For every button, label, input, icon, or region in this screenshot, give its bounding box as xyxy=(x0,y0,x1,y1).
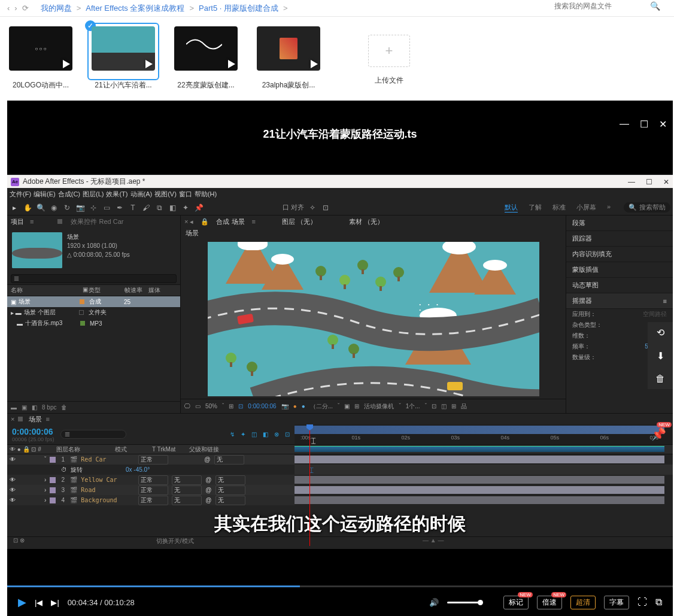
res-icon[interactable]: ⊞ xyxy=(229,403,233,409)
timeline-tab[interactable]: 场景 xyxy=(29,415,42,424)
selection-tool-icon[interactable]: ▸ xyxy=(10,204,19,212)
layer-filter-input[interactable] xyxy=(60,430,126,439)
menu-anim[interactable]: 动画(A) xyxy=(130,190,153,199)
graph-icon[interactable]: ⊗ xyxy=(274,431,279,438)
display-icon[interactable]: ▭ xyxy=(195,403,201,409)
layer-row[interactable]: 👁 ˇ 1 🎬Red Car 正常 @无 xyxy=(7,454,673,465)
crumb-1[interactable]: After Effects 全案例速成教程 xyxy=(86,3,184,14)
snap-toggle[interactable]: 口 对齐 xyxy=(283,203,304,212)
pip-icon[interactable]: ⧉ xyxy=(655,597,662,608)
mask-mode2-icon[interactable]: ⊡ xyxy=(321,204,330,212)
ae-close-icon[interactable]: ✕ xyxy=(663,178,669,186)
comp-icon[interactable]: ▣ xyxy=(22,404,27,411)
menu-edit[interactable]: 编辑(E) xyxy=(34,190,56,199)
crumb-2[interactable]: Part5 · 用蒙版创建合成 xyxy=(199,3,278,14)
menu-layer[interactable]: 图层(L) xyxy=(83,190,104,199)
twirl-icon[interactable]: ˇ xyxy=(44,456,46,463)
draft-icon[interactable]: ⊡ xyxy=(285,431,290,438)
delete-icon[interactable]: 🗑 xyxy=(655,374,665,384)
3d-icon[interactable]: ▣ xyxy=(344,403,350,409)
panel-paragraph[interactable]: 段落 xyxy=(566,216,673,231)
toggle-switches-icon[interactable]: ⊡ ⊗ xyxy=(13,537,25,546)
stopwatch-icon[interactable]: ⏱ xyxy=(61,466,67,473)
lock-icon[interactable]: 🔒 xyxy=(201,218,209,226)
folder-icon[interactable]: ▬ xyxy=(11,404,17,411)
channel-icon[interactable]: ● xyxy=(293,403,297,409)
parent-pick-icon[interactable]: @ xyxy=(204,456,210,463)
nav-back[interactable]: ‹ xyxy=(7,4,10,13)
play-icon[interactable]: ▶ xyxy=(18,596,26,609)
menu-comp[interactable]: 合成(C) xyxy=(58,190,80,199)
quality-button[interactable]: 超清 xyxy=(570,596,596,609)
comp-badge[interactable]: 场景 xyxy=(186,229,199,236)
rotate-tool-icon[interactable]: ↻ xyxy=(62,204,72,212)
viewer[interactable]: • • •• • • •• • • xyxy=(181,239,566,399)
guides-icon[interactable]: ⊡ xyxy=(432,403,436,409)
trash-icon[interactable]: 🗑 xyxy=(61,404,67,411)
frame-blend-icon[interactable]: ◫ xyxy=(251,431,257,438)
nav-refresh[interactable]: ⟳ xyxy=(22,4,29,13)
marker-button[interactable]: 标记NEW xyxy=(503,596,529,609)
fx-icon[interactable]: ✦ xyxy=(241,431,245,438)
timecode-display[interactable]: 0:00:00:06 xyxy=(248,403,276,409)
maximize-icon[interactable]: ☐ xyxy=(640,119,648,130)
playhead[interactable] xyxy=(309,424,310,546)
zoom-tool-icon[interactable]: 🔍 xyxy=(36,204,45,212)
asset-row[interactable]: ▸ ▬场景 个图层 文件夹 xyxy=(7,307,180,318)
timeline-timecode[interactable]: 0:00:00:06 xyxy=(12,427,54,436)
roto-tool-icon[interactable]: ✦ xyxy=(181,204,190,212)
ws-small[interactable]: 小屏幕 xyxy=(576,203,596,213)
camera-tool-icon[interactable]: 📷 xyxy=(75,204,85,212)
adjust-icon[interactable]: ◧ xyxy=(32,404,37,411)
panel-mask-interp[interactable]: 蒙版插值 xyxy=(566,262,673,278)
eraser-tool-icon[interactable]: ◧ xyxy=(168,204,177,212)
close-icon[interactable]: ✕ xyxy=(659,119,667,130)
hand-tool-icon[interactable]: ✋ xyxy=(23,204,32,212)
graph-icon[interactable]: 品 xyxy=(461,402,467,411)
res-dropdown[interactable]: （二分... xyxy=(310,402,333,411)
ae-min-icon[interactable]: — xyxy=(628,178,635,186)
menu-effect[interactable]: 效果(T) xyxy=(106,190,127,199)
color-icon[interactable]: ● xyxy=(302,403,305,409)
search-help[interactable]: 🔍 搜索帮助 xyxy=(624,202,670,213)
mask-icon[interactable]: ◫ xyxy=(441,403,447,409)
view-icon[interactable]: ⊞ xyxy=(354,403,359,409)
ws-standard[interactable]: 标准 xyxy=(552,203,566,213)
menu-view[interactable]: 视图(V) xyxy=(154,190,177,199)
rect-tool-icon[interactable]: ▭ xyxy=(102,204,111,212)
ws-more-icon[interactable]: » xyxy=(607,203,611,213)
shy-icon[interactable]: ↯ xyxy=(230,431,235,438)
progress-bar[interactable] xyxy=(7,585,673,587)
project-filter-input[interactable] xyxy=(11,274,177,283)
camera-dropdown[interactable]: 活动摄像机 xyxy=(364,402,394,411)
project-tab[interactable]: 项目 xyxy=(11,217,24,226)
mb-icon[interactable]: ◧ xyxy=(263,431,268,438)
upload-button[interactable]: + 上传文件 xyxy=(353,23,425,90)
file-item[interactable]: 23alpha蒙版创... xyxy=(253,23,324,90)
mode-dropdown[interactable]: 正常 xyxy=(138,455,168,465)
asset-row[interactable]: ▣场景 合成 25 xyxy=(7,296,180,307)
caption-button[interactable]: 字幕 xyxy=(604,596,629,609)
bpc-label[interactable]: 8 bpc xyxy=(42,404,56,411)
speed-button[interactable]: 倍速NEW xyxy=(537,596,562,609)
crumb-root[interactable]: 我的网盘 xyxy=(41,3,72,14)
switch-modes-button[interactable]: 切换开关/模式 xyxy=(156,537,194,546)
panel-tracker[interactable]: 跟踪器 xyxy=(566,231,673,247)
panel-content-fill[interactable]: 内容识别填充 xyxy=(566,247,673,262)
menu-window[interactable]: 窗口 xyxy=(179,190,192,199)
menu-help[interactable]: 帮助(H) xyxy=(195,190,217,199)
search-input[interactable] xyxy=(554,2,650,10)
zoom-dropdown[interactable]: 50% xyxy=(205,403,217,409)
next-icon[interactable]: ▶| xyxy=(51,598,59,607)
prev-icon[interactable]: |◀ xyxy=(35,598,42,607)
layer-tab[interactable]: 图层 （无） xyxy=(282,217,317,226)
asset-row[interactable]: ▬十酒音乐.mp3 MP3 xyxy=(7,318,180,329)
timeline-ruler[interactable]: :00s01s02s03s04s05s06s07s ⌶ xyxy=(295,424,673,444)
panel-motion-sketch[interactable]: 动态草图 xyxy=(566,278,673,293)
eye-icon[interactable]: 👁 xyxy=(10,456,16,463)
safe-icon[interactable]: ⊡ xyxy=(238,403,243,409)
snapshot-icon[interactable]: 📷 xyxy=(281,403,289,409)
file-item[interactable]: ○ ○ ○ 20LOGO动画中... xyxy=(5,23,77,90)
comp-tab[interactable]: 合成 场景 xyxy=(216,217,244,226)
layer-row[interactable]: 👁› 3 🎬Road 正常 无 @无 xyxy=(7,485,673,495)
